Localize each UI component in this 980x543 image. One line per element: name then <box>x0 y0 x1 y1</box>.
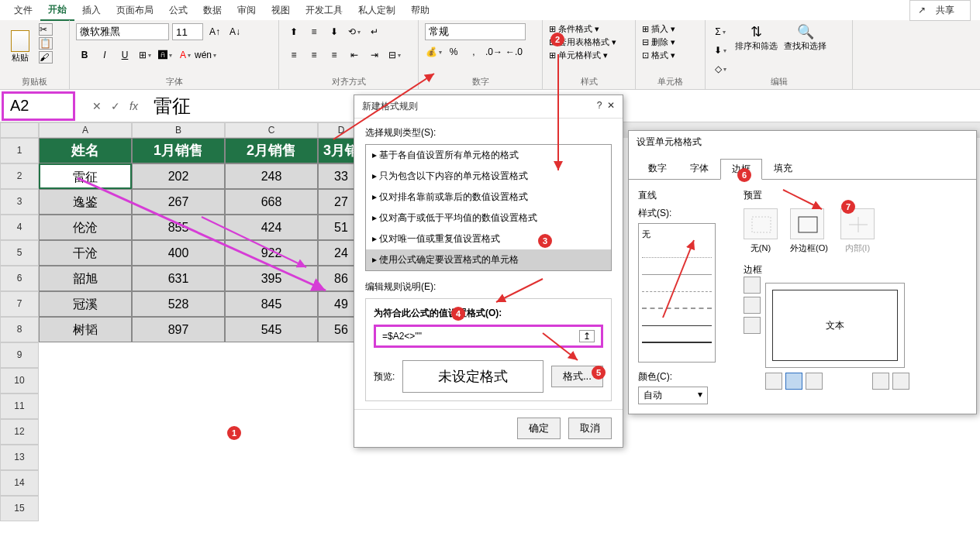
cell[interactable]: 干沧 <box>39 240 132 266</box>
formula-input[interactable]: 雷征 <box>138 94 191 119</box>
tab-number[interactable]: 数字 <box>637 158 678 179</box>
preset-inner[interactable]: 内部(I) <box>840 208 875 254</box>
cell[interactable]: 伦沧 <box>39 215 132 240</box>
cell[interactable]: 631 <box>132 266 225 291</box>
indent-inc-icon[interactable]: ⇥ <box>366 46 383 64</box>
cell[interactable]: 248 <box>225 163 318 189</box>
row-header[interactable]: 5 <box>0 240 39 266</box>
wrap-text-icon[interactable]: ↵ <box>366 23 383 40</box>
row-header[interactable]: 4 <box>0 215 39 240</box>
rule-item[interactable]: 只为包含以下内容的单元格设置格式 <box>366 166 611 187</box>
row-header[interactable]: 1 <box>0 138 39 163</box>
border-left-btn[interactable] <box>785 373 802 390</box>
menu-dev[interactable]: 开发工具 <box>298 1 350 20</box>
cell[interactable]: 395 <box>225 266 318 291</box>
row-header[interactable]: 14 <box>0 470 39 496</box>
menu-review[interactable]: 审阅 <box>229 1 264 20</box>
rule-item[interactable]: 仅对排名靠前或靠后的数值设置格式 <box>366 187 611 208</box>
format-painter-icon[interactable]: 🖌 <box>39 51 53 64</box>
font-color-button[interactable]: A <box>177 46 194 64</box>
clear-icon[interactable]: ◇ <box>712 60 729 77</box>
row-header[interactable]: 2 <box>0 163 39 189</box>
row-header[interactable]: 6 <box>0 266 39 291</box>
autosum-icon[interactable]: Σ <box>712 23 729 40</box>
border-diag1-btn[interactable] <box>765 373 782 390</box>
currency-icon[interactable]: 💰 <box>425 43 442 60</box>
cancel-formula-icon[interactable]: ✕ <box>92 100 102 112</box>
col-header-c[interactable]: C <box>225 122 318 138</box>
menu-data[interactable]: 数据 <box>195 1 229 20</box>
line-style-list[interactable]: 无 <box>638 223 716 363</box>
rule-item[interactable]: 仅对唯一值或重复值设置格式 <box>366 229 611 249</box>
row-header[interactable]: 11 <box>0 394 39 419</box>
align-left-icon[interactable]: ≡ <box>285 46 302 64</box>
row-header[interactable]: 7 <box>0 291 39 317</box>
header-cell[interactable]: 姓名 <box>39 138 132 163</box>
number-format-select[interactable] <box>425 23 526 40</box>
inc-decimal-icon[interactable]: .0→ <box>485 43 502 60</box>
orientation-icon[interactable]: ⟲ <box>346 23 363 40</box>
menu-custom[interactable]: 私人定制 <box>350 1 403 20</box>
align-middle-icon[interactable]: ≡ <box>305 23 323 40</box>
underline-button[interactable]: U <box>116 46 133 64</box>
menu-formula[interactable]: 公式 <box>161 1 195 20</box>
find-select-button[interactable]: 🔍查找和选择 <box>784 23 826 77</box>
cell[interactable]: 400 <box>132 240 225 266</box>
cell[interactable]: 668 <box>225 189 318 215</box>
format-cells-button[interactable]: ⊡ 格式 ▾ <box>642 50 699 61</box>
indent-dec-icon[interactable]: ⇤ <box>346 46 363 64</box>
rule-item[interactable]: 仅对高于或低于平均值的数值设置格式 <box>366 208 611 229</box>
col-header-a[interactable]: A <box>39 122 132 138</box>
sort-filter-button[interactable]: ⇅排序和筛选 <box>735 23 778 77</box>
rule-formula-input[interactable]: =$A2<>"" ↥ <box>374 325 603 348</box>
menu-help[interactable]: 帮助 <box>403 1 437 20</box>
menu-insert[interactable]: 插入 <box>74 1 109 20</box>
confirm-formula-icon[interactable]: ✓ <box>111 100 120 112</box>
menu-view[interactable]: 视图 <box>264 1 298 20</box>
cell[interactable]: 855 <box>132 215 225 240</box>
paste-button[interactable]: 粘贴 <box>6 23 34 70</box>
help-icon[interactable]: ? <box>597 100 602 111</box>
percent-icon[interactable]: % <box>445 43 462 60</box>
share-button[interactable]: ↗ 共享 <box>909 0 971 21</box>
font-name-select[interactable] <box>76 23 169 40</box>
align-top-icon[interactable]: ⬆ <box>285 23 302 40</box>
align-right-icon[interactable]: ≡ <box>326 46 343 64</box>
phonetic-button[interactable]: wén <box>197 46 214 64</box>
rule-type-list[interactable]: 基于各自值设置所有单元格的格式 只为包含以下内容的单元格设置格式 仅对排名靠前或… <box>365 144 612 271</box>
cell[interactable]: 树韬 <box>39 317 132 342</box>
row-header[interactable]: 3 <box>0 189 39 215</box>
increase-font-icon[interactable]: A↑ <box>206 23 223 40</box>
rule-item-selected[interactable]: 使用公式确定要设置格式的单元格 <box>366 249 611 270</box>
row-header[interactable]: 15 <box>0 496 39 521</box>
cell[interactable]: 424 <box>225 215 318 240</box>
merge-icon[interactable]: ⊟ <box>386 46 403 64</box>
cell[interactable]: 922 <box>225 240 318 266</box>
menu-home[interactable]: 开始 <box>40 0 74 21</box>
bold-button[interactable]: B <box>76 46 93 64</box>
cell[interactable]: 冠溪 <box>39 291 132 317</box>
align-center-icon[interactable]: ≡ <box>305 46 323 64</box>
cell[interactable]: 202 <box>132 163 225 189</box>
cell[interactable]: 逸鉴 <box>39 189 132 215</box>
range-picker-icon[interactable]: ↥ <box>579 330 595 342</box>
cancel-button[interactable]: 取消 <box>568 418 612 439</box>
copy-icon[interactable]: 📋 <box>39 37 53 50</box>
cell[interactable]: 545 <box>225 317 318 342</box>
border-mid-v-btn[interactable] <box>806 373 823 390</box>
tab-fill[interactable]: 填充 <box>762 158 804 179</box>
header-cell[interactable]: 2月销售 <box>225 138 318 163</box>
font-size-select[interactable] <box>172 23 203 40</box>
cell-style-button[interactable]: ⊞ 单元格样式 ▾ <box>549 50 629 61</box>
cell[interactable]: 雷征 <box>39 163 132 189</box>
col-header-b[interactable]: B <box>132 122 225 138</box>
border-bottom-btn[interactable] <box>744 317 761 334</box>
tab-font[interactable]: 字体 <box>678 158 720 179</box>
border-button[interactable]: ⊞ <box>136 46 154 64</box>
row-header[interactable]: 10 <box>0 368 39 394</box>
fx-icon[interactable]: fx <box>129 100 138 112</box>
menu-layout[interactable]: 页面布局 <box>109 1 161 20</box>
fill-icon[interactable]: ⬇ <box>712 42 729 59</box>
close-icon[interactable]: ✕ <box>607 100 615 111</box>
preset-none[interactable]: 无(N) <box>744 208 778 254</box>
